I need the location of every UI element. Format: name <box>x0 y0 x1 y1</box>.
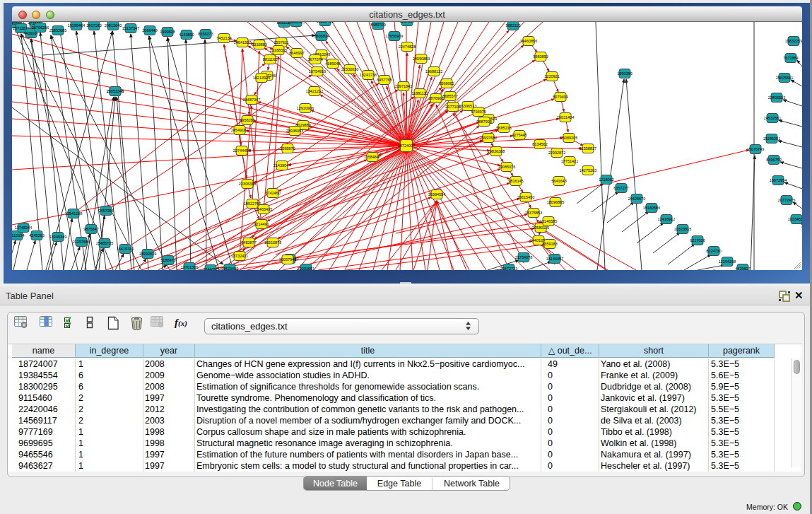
svg-text:23706266: 23706266 <box>32 25 49 30</box>
svg-text:25882305: 25882305 <box>288 22 305 24</box>
svg-text:2876966: 2876966 <box>428 96 443 100</box>
svg-text:22474828: 22474828 <box>399 45 416 49</box>
svg-text:19523409: 19523409 <box>221 267 238 270</box>
svg-text:15375853: 15375853 <box>525 211 542 215</box>
svg-text:5641643: 5641643 <box>551 179 566 183</box>
svg-text:5682115: 5682115 <box>505 23 520 28</box>
svg-text:3644095: 3644095 <box>203 267 218 270</box>
svg-text:12541238: 12541238 <box>65 211 82 216</box>
svg-text:10323815: 10323815 <box>674 227 691 231</box>
svg-text:19688132: 19688132 <box>425 69 442 74</box>
svg-text:25997682: 25997682 <box>480 136 497 140</box>
svg-text:25485735: 25485735 <box>96 241 113 245</box>
svg-text:19832259: 19832259 <box>785 39 802 43</box>
svg-text:5188470: 5188470 <box>160 258 175 262</box>
svg-text:23971842: 23971842 <box>395 84 412 88</box>
svg-text:8806804: 8806804 <box>314 34 329 38</box>
svg-text:20772475: 20772475 <box>778 198 795 202</box>
svg-text:25025631: 25025631 <box>776 76 793 80</box>
svg-text:13754919: 13754919 <box>309 69 326 74</box>
svg-text:18724007: 18724007 <box>398 144 415 148</box>
svg-text:23487347: 23487347 <box>243 98 260 102</box>
svg-text:13748244: 13748244 <box>15 226 32 230</box>
svg-text:20372723: 20372723 <box>500 267 517 270</box>
svg-text:4429607: 4429607 <box>735 267 750 270</box>
svg-text:19299464: 19299464 <box>68 23 85 28</box>
svg-text:13146585: 13146585 <box>540 219 557 223</box>
svg-text:15180586: 15180586 <box>643 206 660 210</box>
svg-text:16072954: 16072954 <box>770 178 787 182</box>
svg-text:15076749: 15076749 <box>747 147 764 151</box>
svg-text:5793975: 5793975 <box>471 110 486 114</box>
svg-text:24090883: 24090883 <box>413 57 430 61</box>
svg-text:8134562: 8134562 <box>532 142 547 146</box>
svg-text:4143890: 4143890 <box>179 33 194 37</box>
svg-text:3395870: 3395870 <box>280 146 295 151</box>
svg-text:5685216: 5685216 <box>496 126 511 130</box>
svg-text:8359183: 8359183 <box>542 242 557 246</box>
svg-text:24425670: 24425670 <box>628 197 645 201</box>
svg-text:22806503: 22806503 <box>768 95 785 100</box>
svg-text:24641507: 24641507 <box>234 40 251 45</box>
svg-text:9275445: 9275445 <box>512 133 526 137</box>
svg-text:19836388: 19836388 <box>488 149 505 153</box>
svg-text:14275203: 14275203 <box>579 168 596 173</box>
svg-text:22744459: 22744459 <box>233 148 250 153</box>
svg-text:1890399: 1890399 <box>617 71 632 76</box>
svg-text:16213925: 16213925 <box>253 76 270 80</box>
svg-text:3333883: 3333883 <box>252 42 266 47</box>
svg-text:18992829: 18992829 <box>139 252 156 256</box>
svg-text:7452134: 7452134 <box>216 36 231 40</box>
svg-text:20813640: 20813640 <box>105 23 122 28</box>
svg-text:22093651: 22093651 <box>298 267 314 270</box>
svg-text:15157347: 15157347 <box>122 26 139 30</box>
svg-text:25465435: 25465435 <box>255 207 272 211</box>
svg-text:2066449: 2066449 <box>142 28 157 33</box>
svg-text:13701506: 13701506 <box>181 265 198 269</box>
svg-text:8369062: 8369062 <box>439 81 454 86</box>
svg-text:8646997: 8646997 <box>289 51 304 55</box>
svg-text:4245263: 4245263 <box>29 233 44 238</box>
svg-text:8224730: 8224730 <box>706 249 721 253</box>
svg-text:21257684: 21257684 <box>73 240 90 244</box>
svg-text:7671884: 7671884 <box>783 56 798 60</box>
svg-text:8336273: 8336273 <box>198 32 213 36</box>
svg-text:2537611: 2537611 <box>273 40 288 45</box>
svg-text:9887903: 9887903 <box>476 119 491 124</box>
svg-text:9214491: 9214491 <box>254 222 269 226</box>
svg-text:3220921: 3220921 <box>544 74 559 78</box>
svg-text:17751421: 17751421 <box>561 159 578 163</box>
svg-text:13045349: 13045349 <box>49 235 66 239</box>
svg-text:4112034: 4112034 <box>12 233 25 238</box>
svg-text:20031404: 20031404 <box>557 115 574 119</box>
svg-text:8685577: 8685577 <box>442 94 457 98</box>
svg-text:13241736: 13241736 <box>360 73 377 77</box>
svg-text:6217026: 6217026 <box>690 238 705 243</box>
svg-text:6482877: 6482877 <box>241 240 256 245</box>
svg-text:9217207: 9217207 <box>399 22 414 23</box>
svg-text:12920906: 12920906 <box>297 106 314 110</box>
svg-text:19384554: 19384554 <box>428 192 445 197</box>
svg-text:11558837: 11558837 <box>579 146 596 151</box>
svg-text:10334531: 10334531 <box>788 217 802 221</box>
svg-text:25852685: 25852685 <box>49 28 66 33</box>
svg-text:16510878: 16510878 <box>264 240 281 245</box>
svg-text:11881122: 11881122 <box>411 91 428 95</box>
svg-text:1218062: 1218062 <box>599 177 613 182</box>
svg-text:14460856: 14460856 <box>520 39 537 43</box>
svg-text:6742460: 6742460 <box>265 191 280 195</box>
svg-text:8489709: 8489709 <box>370 23 385 27</box>
svg-text:8396759: 8396759 <box>766 158 781 162</box>
svg-text:20053346: 20053346 <box>107 89 124 93</box>
svg-text:2457954: 2457954 <box>98 209 113 213</box>
svg-text:10228452: 10228452 <box>317 22 334 23</box>
svg-text:9875847: 9875847 <box>83 227 98 231</box>
svg-text:13421212: 13421212 <box>306 89 323 93</box>
svg-text:11584847: 11584847 <box>364 155 381 159</box>
svg-text:18096865: 18096865 <box>547 200 564 204</box>
svg-text:23188315: 23188315 <box>270 48 287 52</box>
svg-text:16415740: 16415740 <box>117 247 134 251</box>
svg-text:10057945: 10057945 <box>279 257 296 262</box>
svg-text:22330030: 22330030 <box>341 67 358 71</box>
svg-text:22306335: 22306335 <box>239 182 256 186</box>
